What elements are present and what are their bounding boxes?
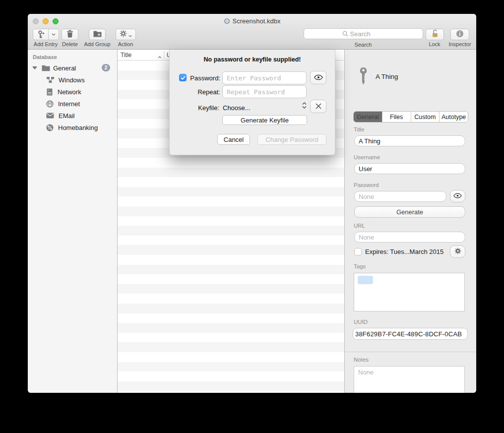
sidebar-item-internet[interactable]: Internet [28,98,117,110]
divider [345,352,476,352]
notes-field[interactable] [354,366,465,393]
username-field[interactable] [354,163,465,174]
password-field[interactable] [354,191,446,202]
uuid-field[interactable] [353,328,468,340]
cancel-label: Cancel [224,136,244,143]
dialog-password-label: Password: [189,74,220,82]
clear-keyfile-button[interactable] [310,100,326,113]
lock-button[interactable] [426,29,444,40]
expires-label: Expires: Tues...March 2015 [365,248,443,255]
toolbar: Screenshot.kdbx Add Entry Delete Add [28,14,476,50]
url-field[interactable] [354,232,465,243]
show-password-button[interactable] [310,71,326,84]
envelope-icon [46,113,54,119]
tab-files[interactable]: Files [382,112,411,122]
dialog-repeat-input[interactable] [222,85,307,98]
disclosure-triangle-icon[interactable] [32,66,37,69]
delete-button[interactable] [62,29,78,40]
change-password-label: Change Password [265,136,318,143]
inspector-panel: A Thing General Files Custom Autotype Ti… [345,50,476,393]
percent-icon [46,124,54,131]
search-toolbar-label: Search [355,42,372,48]
tag-token[interactable] [358,276,373,284]
sort-ascending-icon [158,53,162,60]
action-button[interactable] [116,29,136,40]
sidebar-item-label: General [53,64,76,72]
eye-icon [453,192,462,200]
sidebar-item-label: Network [58,88,81,96]
info-icon [456,30,464,40]
globe-icon [46,100,54,108]
uuid-label: UUID [354,319,368,325]
window-title-text: Screenshot.kdbx [233,17,281,25]
keyfile-popup-value[interactable]: Choose... [223,104,251,112]
dialog-repeat-label: Repeat: [189,88,220,96]
sidebar-item-label: Internet [58,100,80,108]
sidebar-item-label: Homebanking [58,124,98,131]
dialog-password-input[interactable] [222,71,307,84]
key-icon [358,67,369,87]
lock-label: Lock [429,41,440,47]
chevron-down-icon [128,30,132,39]
folder-plus-icon [93,30,102,39]
eye-icon [314,73,323,82]
sidebar-item-label: EMail [59,112,75,120]
tags-field[interactable] [354,273,465,311]
add-entry-button[interactable] [33,29,59,40]
gear-icon [120,30,127,39]
document-proxy-icon [224,18,230,26]
dialog-keyfile-label: Keyfile: [189,104,219,112]
entry-title: A Thing [376,73,398,80]
trash-icon [66,30,73,40]
sidebar-item-general[interactable]: General 2 [28,62,117,74]
expires-checkbox[interactable] [354,248,362,255]
title-label: Title [354,126,364,132]
title-field[interactable] [354,135,465,146]
stepper-icon[interactable] [302,102,307,109]
change-password-sheet: No password or keyfile supplied! Passwor… [169,50,335,155]
change-password-button[interactable]: Change Password [257,134,326,145]
tab-custom[interactable]: Custom [411,112,440,122]
add-group-button[interactable] [89,29,106,40]
search-input[interactable] [350,30,385,38]
column-header-title[interactable]: Title [121,52,131,59]
inspector-label: Inspector [448,41,471,47]
sidebar-item-email[interactable]: EMail [28,110,117,122]
unlock-icon [431,29,439,40]
cancel-button[interactable]: Cancel [217,134,250,145]
folder-icon [42,65,50,71]
generate-keyfile-button[interactable]: Generate Keyfile [222,115,307,125]
sidebar-section-header: Database [33,54,57,60]
key-plus-icon [33,30,48,39]
chevron-down-icon[interactable] [49,33,59,36]
action-label: Action [118,41,133,47]
notes-label: Notes [354,357,369,363]
show-password-button[interactable] [450,190,465,202]
server-icon [47,88,53,96]
windows-network-icon [46,76,55,83]
url-label: URL [354,223,365,229]
sidebar-item-homebanking[interactable]: Homebanking [28,122,117,133]
username-label: Username [354,154,380,160]
warning-message: No password or keyfile supplied! [170,56,335,63]
tab-general[interactable]: General [354,112,382,122]
sidebar: Database General 2 Windows Network [28,50,118,393]
tab-autotype[interactable]: Autotype [440,112,468,122]
add-entry-label: Add Entry [34,41,58,47]
generate-label: Generate [396,208,423,216]
add-group-label: Add Group [84,41,110,47]
password-checkbox[interactable] [179,74,187,81]
password-label: Password [354,182,379,188]
column-divider [164,51,164,59]
generate-password-button[interactable]: Generate [354,206,465,218]
delete-label: Delete [62,41,78,47]
generate-keyfile-label: Generate Keyfile [241,117,289,124]
app-window: Screenshot.kdbx Add Entry Delete Add [28,14,476,393]
search-field[interactable] [304,28,423,39]
sidebar-item-windows[interactable]: Windows [28,74,117,86]
sidebar-item-network[interactable]: Network [28,86,117,98]
inspector-button[interactable] [450,29,469,40]
expires-settings-button[interactable] [450,246,465,258]
window-title: Screenshot.kdbx [28,17,476,26]
gear-icon [454,247,461,256]
